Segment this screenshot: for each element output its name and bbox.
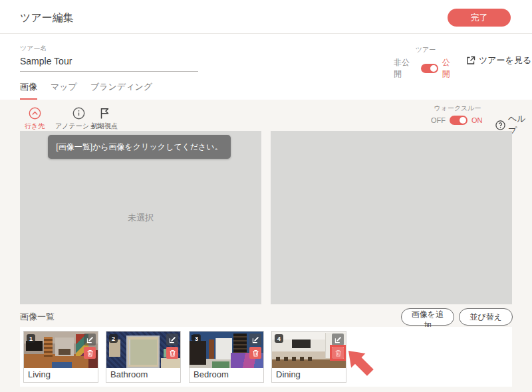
flag-icon: [98, 107, 111, 120]
panorama-thumbnail[interactable]: 1: [24, 332, 98, 368]
question-circle-icon: [495, 120, 505, 130]
image-card-living[interactable]: 1 Living: [23, 331, 98, 383]
done-button[interactable]: 完了: [448, 9, 511, 27]
panorama-thumbnail[interactable]: 2: [106, 332, 180, 368]
chevron-up-circle-icon: [29, 107, 41, 120]
image-name-label: Bathroom: [106, 368, 180, 382]
viewer-tooltip: [画像一覧]から画像をクリックしてください。: [48, 135, 231, 159]
delete-image-button[interactable]: [84, 347, 96, 359]
image-name-label: Dining: [272, 368, 346, 382]
tab-images[interactable]: 画像: [20, 81, 37, 100]
view-tour-link[interactable]: ツアーを見る: [466, 54, 531, 66]
walkthrough-off-label: OFF: [431, 116, 446, 124]
image-number-badge: 3: [192, 334, 201, 343]
image-number-badge: 4: [275, 334, 283, 343]
toggle-knob: [460, 117, 466, 124]
add-image-button[interactable]: 画像を追加: [401, 308, 454, 326]
main-viewer-panel[interactable]: [画像一覧]から画像をクリックしてください。 未選択: [20, 131, 261, 304]
visibility-on-label: 公開: [442, 57, 458, 80]
walkthrough-toggle[interactable]: [450, 116, 467, 125]
edit-image-button[interactable]: [332, 334, 344, 345]
visibility-off-label: 非公開: [394, 57, 417, 80]
panorama-thumbnail[interactable]: 3: [190, 332, 263, 368]
tab-map[interactable]: マップ: [51, 81, 77, 100]
image-list-panel: 1 Living: [20, 327, 512, 387]
image-card-bedroom[interactable]: 3 Bedroom: [189, 331, 264, 383]
image-name-label: Living: [24, 368, 98, 382]
tool-initial-view-label: 初期視点: [91, 122, 118, 131]
viewer-empty-state: 未選択: [128, 212, 154, 224]
tab-branding[interactable]: ブランディング: [90, 81, 152, 100]
visibility-group-label: ツアー: [394, 45, 458, 54]
page-title: ツアー編集: [20, 11, 74, 25]
info-circle-icon: [72, 107, 85, 120]
editor-content: 行き先 アノテーション 初期視点 ウォークスルー: [0, 100, 532, 392]
header-divider: [0, 33, 532, 34]
image-name-label: Bedroom: [190, 368, 263, 382]
image-number-badge: 2: [109, 334, 118, 343]
external-link-icon: [466, 56, 475, 65]
panorama-thumbnail[interactable]: 4: [272, 332, 346, 368]
walkthrough-group-label: ウォークスルー: [431, 104, 484, 113]
tour-name-label: ツアー名: [20, 44, 47, 53]
image-number-badge: 1: [27, 334, 35, 343]
visibility-toggle-group: ツアー 非公開 公開: [394, 45, 458, 80]
secondary-viewer-panel[interactable]: [271, 131, 512, 304]
walkthrough-toggle-group: ウォークスルー OFF ON: [431, 104, 484, 125]
delete-image-button[interactable]: [249, 347, 261, 359]
image-list-title: 画像一覧: [20, 311, 55, 323]
image-card-dining[interactable]: 4 Dining: [271, 331, 346, 383]
edit-image-button[interactable]: [249, 334, 261, 345]
tour-editor-window: ツアー編集 完了 ツアー名 Sample Tour ツアー 非公開 公開 ツアー…: [0, 0, 532, 392]
toggle-knob: [430, 65, 437, 72]
view-tour-label: ツアーを見る: [479, 54, 531, 66]
tool-initial-view[interactable]: 初期視点: [91, 107, 118, 131]
visibility-toggle[interactable]: [421, 64, 438, 73]
image-card-bathroom[interactable]: 2 Bathroom: [106, 331, 181, 383]
annotation-arrow-icon: [348, 351, 375, 377]
tool-destination-label: 行き先: [25, 122, 45, 131]
edit-image-button[interactable]: [166, 334, 178, 345]
tool-destination[interactable]: 行き先: [25, 107, 45, 131]
delete-image-button[interactable]: [166, 347, 178, 359]
tour-name-input[interactable]: Sample Tour: [20, 56, 198, 72]
walkthrough-on-label: ON: [471, 116, 483, 124]
delete-image-button[interactable]: [332, 347, 344, 359]
edit-image-button[interactable]: [84, 334, 96, 345]
sort-images-button[interactable]: 並び替え: [459, 308, 513, 326]
tab-bar: 画像 マップ ブランディング: [20, 81, 152, 100]
